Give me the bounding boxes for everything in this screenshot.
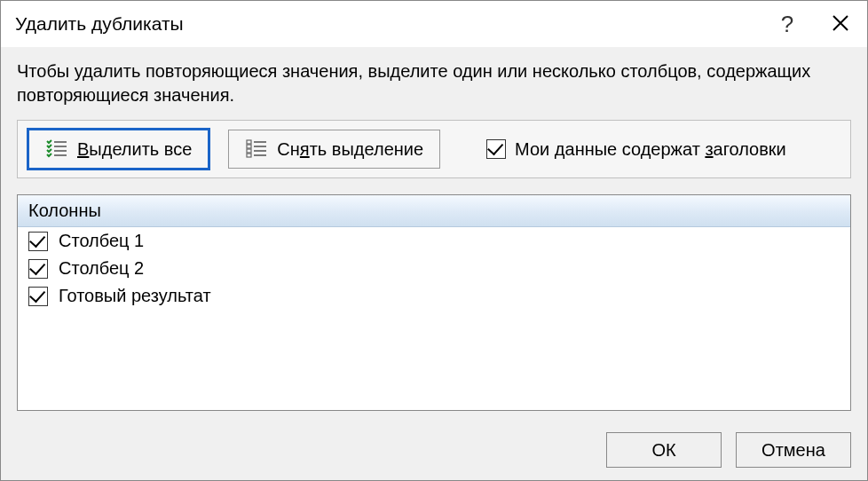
cancel-button[interactable]: Отмена	[736, 432, 851, 468]
headers-checkbox[interactable]	[486, 139, 506, 159]
columns-header: Колонны	[18, 195, 850, 227]
instruction-text: Чтобы удалить повторяющиеся значения, вы…	[17, 59, 851, 107]
svg-rect-11	[247, 154, 251, 157]
remove-duplicates-dialog: Удалить дубликаты ? Чтобы удалить повтор…	[0, 0, 868, 481]
unselect-all-label: Снять выделение	[277, 139, 423, 160]
unselect-all-icon	[245, 138, 268, 161]
select-all-button[interactable]: Выделить все	[28, 130, 209, 169]
close-button[interactable]	[814, 1, 867, 47]
column-label: Столбец 2	[59, 258, 144, 279]
select-all-label: Выделить все	[77, 139, 192, 160]
dialog-footer: ОК Отмена	[1, 420, 867, 480]
titlebar: Удалить дубликаты ?	[1, 1, 867, 47]
help-icon: ?	[781, 11, 793, 38]
list-item[interactable]: Готовый результат	[18, 282, 850, 310]
column-checkbox[interactable]	[28, 259, 48, 279]
headers-checkbox-label: Мои данные содержат заголовки	[515, 139, 786, 160]
svg-rect-8	[247, 140, 251, 144]
list-item[interactable]: Столбец 1	[18, 227, 850, 255]
help-button[interactable]: ?	[761, 1, 814, 47]
svg-rect-9	[247, 145, 251, 148]
columns-listbox[interactable]: Колонны Столбец 1 Столбец 2 Готовый резу…	[17, 194, 851, 411]
ok-button[interactable]: ОК	[606, 432, 722, 468]
unselect-all-button[interactable]: Снять выделение	[228, 130, 440, 169]
dialog-title: Удалить дубликаты	[15, 13, 761, 35]
column-checkbox[interactable]	[28, 287, 48, 306]
close-icon	[832, 11, 849, 38]
column-label: Столбец 1	[59, 231, 144, 251]
selection-toolbar: Выделить все	[17, 120, 851, 178]
dialog-content: Чтобы удалить повторяющиеся значения, вы…	[1, 47, 867, 420]
headers-checkbox-row: Мои данные содержат заголовки	[486, 139, 786, 160]
column-checkbox[interactable]	[28, 232, 48, 251]
list-item[interactable]: Столбец 2	[18, 255, 850, 282]
svg-rect-10	[247, 149, 251, 153]
select-all-icon	[45, 138, 68, 161]
column-label: Готовый результат	[59, 286, 211, 306]
